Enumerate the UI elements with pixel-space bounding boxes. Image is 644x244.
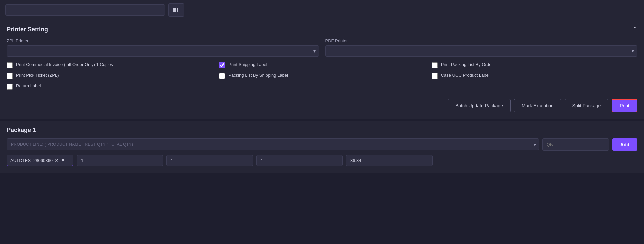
svg-rect-0 [173, 8, 174, 12]
product-select-wrapper: PRODUCT LINE: ( PRODUCT NAME : REST QTY … [7, 138, 539, 151]
svg-rect-6 [179, 8, 179, 12]
checkbox-case-ucc-input[interactable] [432, 73, 438, 79]
mark-exception-button[interactable]: Mark Exception [514, 99, 561, 112]
svg-rect-4 [177, 8, 178, 12]
zpl-printer-select[interactable] [7, 45, 319, 57]
checkbox-packing-list-order[interactable]: Print Packing List By Order [432, 62, 637, 68]
package-field-4[interactable] [346, 155, 433, 166]
checkbox-pick-ticket-input[interactable] [7, 73, 13, 79]
top-bar: TASK-195720 [0, 0, 644, 20]
svg-rect-2 [175, 8, 176, 12]
printer-row: ZPL Printer PDF Printer [7, 38, 637, 57]
zpl-printer-group: ZPL Printer [7, 38, 319, 57]
zpl-printer-label: ZPL Printer [7, 38, 319, 43]
barcode-button[interactable] [168, 3, 184, 17]
package-title: Package 1 [7, 127, 637, 134]
barcode-icon [173, 6, 180, 14]
checkbox-return-label[interactable]: Return Label [7, 83, 212, 90]
checkbox-packing-list-order-input[interactable] [432, 62, 438, 68]
svg-rect-5 [178, 8, 178, 12]
checkbox-packing-list-shipping[interactable]: Packing List By Shipping Label [219, 72, 425, 79]
zpl-select-wrapper [7, 45, 319, 57]
add-button[interactable]: Add [612, 138, 637, 151]
checkbox-shipping-label-input[interactable] [219, 62, 225, 68]
checkbox-return-label-input[interactable] [7, 84, 13, 90]
package-tag-text: AUTOTEST28060860 [10, 158, 53, 163]
package-field-2[interactable] [166, 155, 253, 166]
package-section: Package 1 PRODUCT LINE: ( PRODUCT NAME :… [0, 121, 644, 173]
checkbox-packing-list-order-label: Print Packing List By Order [441, 62, 493, 68]
package-add-row: PRODUCT LINE: ( PRODUCT NAME : REST QTY … [7, 138, 637, 151]
checkbox-commercial-invoice-label: Print Commecial Invoice (Intl Order Only… [16, 62, 113, 68]
checkbox-shipping-label-text: Print Shipping Label [228, 62, 267, 68]
pdf-printer-group: PDF Printer [325, 38, 638, 57]
collapse-button[interactable]: ⌃ [632, 26, 637, 33]
checkbox-commercial-invoice[interactable]: Print Commecial Invoice (Intl Order Only… [7, 62, 212, 68]
batch-update-package-button[interactable]: Batch Update Package [448, 99, 511, 112]
checkbox-packing-list-shipping-label: Packing List By Shipping Label [228, 72, 288, 78]
qty-input[interactable] [542, 138, 609, 151]
checkbox-shipping-label[interactable]: Print Shipping Label [219, 62, 425, 68]
checkbox-grid: Print Commecial Invoice (Intl Order Only… [7, 62, 637, 90]
checkbox-return-label-text: Return Label [16, 83, 41, 89]
checkbox-case-ucc-label: Case UCC Product Label [441, 72, 490, 78]
tag-arrow-icon[interactable]: ▼ [61, 158, 65, 163]
action-row: Batch Update Package Mark Exception Spli… [7, 96, 637, 112]
tag-close-icon[interactable]: ✕ [55, 158, 59, 163]
pdf-select-wrapper [325, 45, 638, 57]
printer-setting-section: Printer Setting ⌃ ZPL Printer PDF Printe… [0, 20, 644, 119]
print-button[interactable]: Print [612, 99, 637, 112]
task-input[interactable]: TASK-195720 [5, 4, 165, 16]
checkbox-packing-list-shipping-input[interactable] [219, 73, 225, 79]
split-package-button[interactable]: Split Package [565, 99, 609, 112]
checkbox-pick-ticket-label: Print Pick Ticket (ZPL) [16, 72, 59, 78]
package-field-1[interactable] [77, 155, 163, 166]
svg-rect-3 [176, 8, 176, 12]
checkbox-case-ucc[interactable]: Case UCC Product Label [432, 72, 637, 79]
package-item-row: AUTOTEST28060860 ✕ ▼ [7, 155, 637, 166]
printer-setting-title: Printer Setting [7, 26, 48, 33]
pdf-printer-label: PDF Printer [325, 38, 638, 43]
section-header: Printer Setting ⌃ [7, 26, 637, 33]
checkbox-commercial-invoice-input[interactable] [7, 62, 13, 68]
package-field-3[interactable] [256, 155, 343, 166]
product-line-select[interactable]: PRODUCT LINE: ( PRODUCT NAME : REST QTY … [7, 138, 539, 150]
checkbox-pick-ticket[interactable]: Print Pick Ticket (ZPL) [7, 72, 212, 79]
svg-rect-1 [174, 8, 175, 12]
pdf-printer-select[interactable] [325, 45, 638, 57]
package-tag: AUTOTEST28060860 ✕ ▼ [7, 155, 73, 166]
